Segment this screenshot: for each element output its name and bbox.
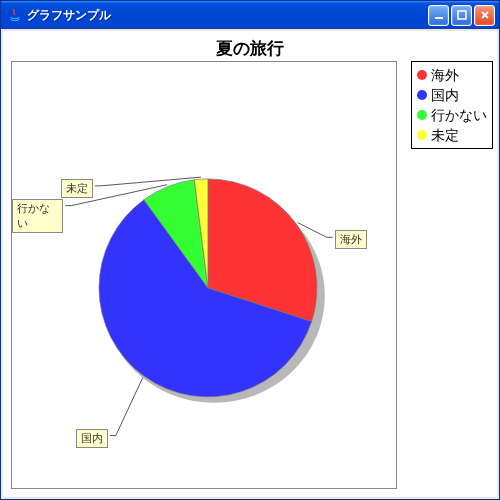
app-window: グラフサンプル 夏の旅行 海外国内行かない未定 <box>0 0 500 500</box>
circle-icon <box>417 70 427 80</box>
chart-title: 夏の旅行 <box>3 31 497 62</box>
slice-callout: 未定 <box>61 179 93 198</box>
legend-item-domestic: 国内 <box>417 85 487 105</box>
slice-callout: 行かない <box>12 199 63 233</box>
plot-area: 海外国内行かない未定 <box>11 61 397 489</box>
pie-chart <box>12 62 396 488</box>
legend: 海外 国内 行かない 未定 <box>411 61 493 149</box>
minimize-button[interactable] <box>428 5 449 26</box>
chart-panel: 夏の旅行 海外国内行かない未定 海外 国内 <box>3 31 497 497</box>
client-area: 夏の旅行 海外国内行かない未定 海外 国内 <box>1 29 499 499</box>
maximize-button[interactable] <box>451 5 472 26</box>
circle-icon <box>417 130 427 140</box>
legend-label: 海外 <box>431 65 459 85</box>
svg-rect-0 <box>435 17 443 19</box>
legend-label: 国内 <box>431 85 459 105</box>
slice-callout: 国内 <box>76 429 108 448</box>
legend-item-undecided: 未定 <box>417 125 487 145</box>
window-buttons <box>428 5 495 26</box>
java-icon <box>7 7 23 23</box>
circle-icon <box>417 90 427 100</box>
legend-item-overseas: 海外 <box>417 65 487 85</box>
legend-label: 行かない <box>431 105 487 125</box>
legend-label: 未定 <box>431 125 459 145</box>
titlebar[interactable]: グラフサンプル <box>1 1 499 29</box>
close-button[interactable] <box>474 5 495 26</box>
circle-icon <box>417 110 427 120</box>
svg-rect-1 <box>458 11 466 19</box>
legend-item-notgoing: 行かない <box>417 105 487 125</box>
window-title: グラフサンプル <box>27 7 428 24</box>
slice-callout: 海外 <box>335 230 367 249</box>
